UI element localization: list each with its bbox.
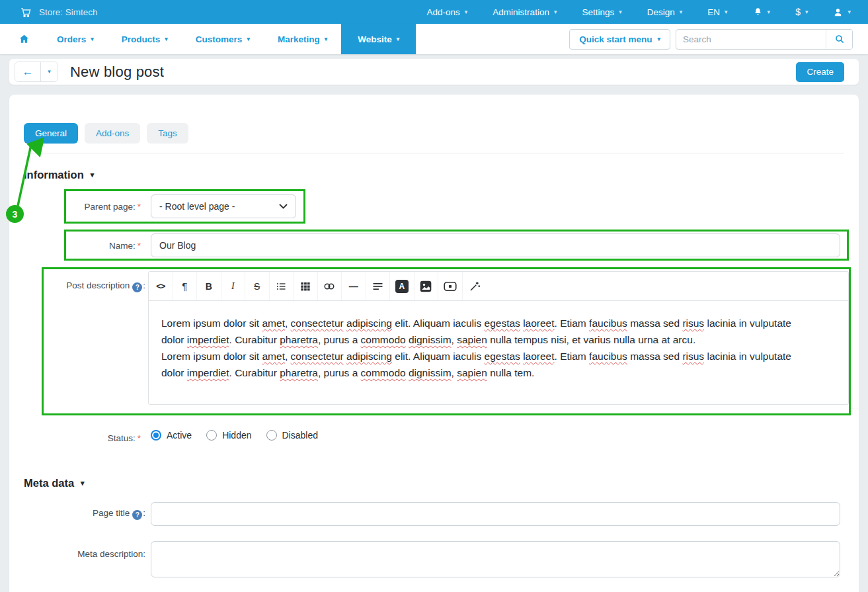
annotation-step-badge: 3 [6,205,24,223]
italic-button[interactable]: I [221,272,246,300]
bold-icon: B [206,281,212,292]
align-button[interactable] [366,272,391,300]
information-section-header[interactable]: Information▾ [24,169,94,181]
dollar-icon: $ [795,7,801,17]
strikethrough-icon: S [254,281,260,292]
paragraph-icon: ¶ [182,280,187,292]
page-title-label: Page title?: [26,508,145,520]
caret-down-icon: ▾ [848,9,851,15]
tab-addons[interactable]: Add-ons [85,123,140,144]
parent-page-select[interactable]: - Root level page - [151,194,296,218]
caret-down-icon: ▾ [91,36,94,42]
radio-unselected-icon [206,430,217,441]
radio-selected-icon [151,430,161,441]
caret-down-icon: ▾ [680,9,683,15]
required-asterisk: * [138,433,141,443]
magic-wand-icon [469,280,481,292]
menu-addons[interactable]: Add-ons▾ [427,7,468,17]
back-button-group: ← ▾ [15,62,58,82]
menu-design[interactable]: Design▾ [647,7,683,17]
caret-down-icon: ▾ [247,36,250,42]
status-option-active[interactable]: Active [151,430,192,441]
search-input[interactable] [676,34,826,44]
font-color-icon: A [395,280,409,293]
home-icon [19,34,30,44]
menu-settings[interactable]: Settings▾ [582,7,621,17]
image-icon [419,280,432,293]
tab-general[interactable]: General [24,123,78,144]
main-navbar: Orders▾ Products▾ Customers▾ Marketing▾ … [0,24,868,54]
meta-description-textarea[interactable] [151,541,840,577]
tab-tags[interactable]: Tags [147,123,188,144]
nav-marketing[interactable]: Marketing▾ [264,24,341,54]
nav-orders[interactable]: Orders▾ [43,24,108,54]
status-label: Status:* [40,433,141,443]
insert-image-button[interactable] [414,272,439,300]
caret-down-icon: ▾ [805,9,809,15]
code-view-button[interactable]: <> [149,272,173,300]
currency-menu[interactable]: $ ▾ [795,7,808,17]
chevron-down-icon [279,204,288,209]
help-icon[interactable]: ? [132,282,142,292]
wysiwyg-editor: <> ¶ B I S [148,271,849,405]
caret-down-icon: ▾ [554,9,557,15]
link-button[interactable] [318,272,342,300]
font-color-button[interactable]: A [390,272,414,300]
name-label: Name:* [40,241,141,251]
radio-unselected-icon [266,430,277,441]
nav-products[interactable]: Products▾ [108,24,182,54]
quick-start-menu-button[interactable]: Quick start menu▾ [569,29,670,50]
page-header: ← ▾ New blog post Create [9,59,859,85]
tabs: General Add-ons Tags [24,123,188,144]
caret-down-icon: ▾ [165,36,168,42]
store-label: Store: Simtech [39,7,98,17]
help-icon[interactable]: ? [132,510,142,520]
cart-icon [20,7,31,18]
unordered-list-icon [276,281,287,292]
back-button[interactable]: ← [15,62,40,81]
horizontal-rule-icon: — [349,281,358,292]
notifications-menu[interactable]: ▾ [753,7,771,17]
search-button[interactable] [826,30,852,49]
unordered-list-button[interactable] [270,272,294,300]
horizontal-rule-button[interactable]: — [342,272,366,300]
create-button[interactable]: Create [796,62,844,82]
nav-website[interactable]: Website▾ [341,24,416,54]
strikethrough-button[interactable]: S [245,272,270,300]
account-menu[interactable]: ▾ [833,7,851,17]
menu-administration[interactable]: Administration▾ [493,7,557,17]
required-asterisk: * [138,202,141,212]
name-input[interactable] [151,233,840,257]
insert-video-button[interactable] [438,272,463,300]
meta-data-section-header[interactable]: Meta data▾ [24,477,85,489]
bold-button[interactable]: B [197,272,221,300]
search-icon [834,34,845,44]
paragraph-style-button[interactable]: ¶ [173,272,198,300]
status-option-disabled[interactable]: Disabled [266,430,318,441]
meta-description-label: Meta description: [26,549,145,559]
page-title-input[interactable] [151,502,840,526]
home-button[interactable] [0,34,43,44]
caret-down-icon: ▾ [81,480,85,487]
magic-wand-button[interactable] [463,272,487,300]
caret-down-icon: ▾ [619,9,622,15]
code-icon: <> [156,281,165,291]
italic-icon: I [231,281,235,292]
admin-topbar: Store: Simtech Add-ons▾ Administration▾ … [0,0,868,24]
link-icon [323,282,335,291]
caret-down-icon: ▾ [397,36,400,42]
store-selector[interactable]: Store: Simtech [20,7,98,18]
status-option-hidden[interactable]: Hidden [206,430,251,441]
caret-down-icon: ▾ [325,36,328,42]
menu-language[interactable]: EN▾ [707,7,727,17]
table-button[interactable] [294,272,318,300]
tabs-divider [24,153,844,153]
bell-icon [753,7,763,17]
page-title: New blog post [70,63,164,81]
required-asterisk: * [138,241,141,251]
back-arrow-icon: ← [22,65,34,79]
back-dropdown-button[interactable]: ▾ [40,62,58,81]
user-icon [833,7,843,17]
editor-content[interactable]: Lorem ipsum dolor sit amet, consectetur … [149,301,848,381]
nav-customers[interactable]: Customers▾ [182,24,264,54]
